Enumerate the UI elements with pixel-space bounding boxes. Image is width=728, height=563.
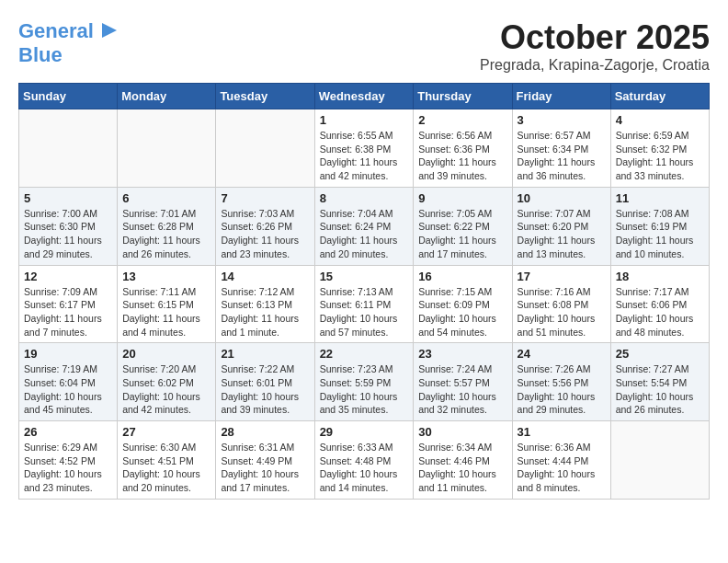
day-number: 28 [221,425,309,439]
day-number: 26 [24,425,112,439]
calendar-cell [610,421,709,500]
day-number: 21 [221,347,309,361]
day-number: 3 [518,113,606,127]
calendar-cell: 22Sunrise: 7:23 AM Sunset: 5:59 PM Dayli… [314,343,414,421]
day-info: Sunrise: 6:34 AM Sunset: 4:46 PM Dayligh… [418,441,506,495]
day-info: Sunrise: 6:57 AM Sunset: 6:34 PM Dayligh… [518,129,606,183]
calendar-cell [216,109,314,188]
day-info: Sunrise: 7:04 AM Sunset: 6:24 PM Dayligh… [320,207,409,261]
day-number: 23 [418,347,506,361]
calendar-cell: 11Sunrise: 7:08 AM Sunset: 6:19 PM Dayli… [610,187,709,265]
day-number: 15 [320,270,409,283]
day-info: Sunrise: 7:09 AM Sunset: 6:17 PM Dayligh… [24,285,112,339]
day-number: 5 [24,191,112,205]
day-info: Sunrise: 7:12 AM Sunset: 6:13 PM Dayligh… [221,285,309,339]
day-number: 24 [518,347,606,361]
calendar-header-wednesday: Wednesday [314,84,414,109]
calendar-cell: 3Sunrise: 6:57 AM Sunset: 6:34 PM Daylig… [512,109,610,188]
day-number: 8 [320,191,409,205]
calendar-cell: 29Sunrise: 6:33 AM Sunset: 4:48 PM Dayli… [314,421,414,500]
calendar-header-tuesday: Tuesday [216,84,314,109]
calendar-header-friday: Friday [512,84,610,109]
calendar-cell: 21Sunrise: 7:22 AM Sunset: 6:01 PM Dayli… [216,343,314,421]
calendar-cell: 13Sunrise: 7:11 AM Sunset: 6:15 PM Dayli… [118,265,216,343]
day-number: 2 [418,113,506,127]
calendar-cell: 6Sunrise: 7:01 AM Sunset: 6:28 PM Daylig… [118,187,216,265]
calendar-cell: 15Sunrise: 7:13 AM Sunset: 6:11 PM Dayli… [314,265,414,343]
calendar-header-sunday: Sunday [19,84,118,109]
calendar-cell: 26Sunrise: 6:29 AM Sunset: 4:52 PM Dayli… [19,421,118,500]
calendar-cell: 31Sunrise: 6:36 AM Sunset: 4:44 PM Dayli… [512,421,610,500]
day-number: 9 [418,191,506,205]
day-info: Sunrise: 6:55 AM Sunset: 6:38 PM Dayligh… [320,129,409,183]
day-info: Sunrise: 7:23 AM Sunset: 5:59 PM Dayligh… [320,362,409,417]
day-info: Sunrise: 6:31 AM Sunset: 4:49 PM Dayligh… [221,441,309,495]
day-info: Sunrise: 6:59 AM Sunset: 6:32 PM Dayligh… [616,129,704,183]
svg-marker-0 [102,23,117,38]
day-number: 11 [616,191,704,205]
day-info: Sunrise: 7:08 AM Sunset: 6:19 PM Dayligh… [616,207,704,261]
day-number: 1 [320,113,409,127]
day-number: 18 [616,270,704,283]
calendar-cell: 19Sunrise: 7:19 AM Sunset: 6:04 PM Dayli… [19,343,118,421]
calendar-cell: 2Sunrise: 6:56 AM Sunset: 6:36 PM Daylig… [414,109,512,188]
calendar-cell: 24Sunrise: 7:26 AM Sunset: 5:56 PM Dayli… [512,343,610,421]
calendar-cell: 1Sunrise: 6:55 AM Sunset: 6:38 PM Daylig… [314,109,414,188]
location: Pregrada, Krapina-Zagorje, Croatia [480,57,710,74]
day-number: 6 [122,191,210,205]
calendar-cell: 14Sunrise: 7:12 AM Sunset: 6:13 PM Dayli… [216,265,314,343]
day-number: 10 [518,191,606,205]
day-info: Sunrise: 7:20 AM Sunset: 6:02 PM Dayligh… [122,362,210,417]
calendar-cell [19,109,118,188]
day-info: Sunrise: 7:05 AM Sunset: 6:22 PM Dayligh… [418,207,506,261]
day-number: 19 [24,347,112,361]
day-info: Sunrise: 7:03 AM Sunset: 6:26 PM Dayligh… [221,207,309,261]
calendar-header-row: SundayMondayTuesdayWednesdayThursdayFrid… [19,84,710,109]
calendar-week-row: 19Sunrise: 7:19 AM Sunset: 6:04 PM Dayli… [19,343,710,421]
logo-text2: Blue [18,44,63,66]
calendar-cell: 17Sunrise: 7:16 AM Sunset: 6:08 PM Dayli… [512,265,610,343]
calendar-cell [118,109,216,188]
day-number: 4 [616,113,704,127]
day-info: Sunrise: 7:19 AM Sunset: 6:04 PM Dayligh… [24,362,112,417]
calendar-cell: 7Sunrise: 7:03 AM Sunset: 6:26 PM Daylig… [216,187,314,265]
calendar-cell: 9Sunrise: 7:05 AM Sunset: 6:22 PM Daylig… [414,187,512,265]
month-title: October 2025 [480,18,710,57]
day-number: 17 [518,270,606,283]
calendar-cell: 23Sunrise: 7:24 AM Sunset: 5:57 PM Dayli… [414,343,512,421]
calendar-cell: 20Sunrise: 7:20 AM Sunset: 6:02 PM Dayli… [118,343,216,421]
logo: General Blue [18,18,119,66]
calendar-cell: 18Sunrise: 7:17 AM Sunset: 6:06 PM Dayli… [610,265,709,343]
day-info: Sunrise: 6:56 AM Sunset: 6:36 PM Dayligh… [418,129,506,183]
page-header: General Blue October 2025 Pregrada, Krap… [18,18,710,74]
calendar-week-row: 26Sunrise: 6:29 AM Sunset: 4:52 PM Dayli… [19,421,710,500]
calendar-header-thursday: Thursday [414,84,512,109]
day-info: Sunrise: 7:27 AM Sunset: 5:54 PM Dayligh… [616,362,704,417]
day-info: Sunrise: 7:22 AM Sunset: 6:01 PM Dayligh… [221,362,309,417]
day-info: Sunrise: 6:33 AM Sunset: 4:48 PM Dayligh… [320,441,409,495]
day-number: 13 [122,270,210,283]
calendar-cell: 4Sunrise: 6:59 AM Sunset: 6:32 PM Daylig… [610,109,709,188]
day-info: Sunrise: 7:07 AM Sunset: 6:20 PM Dayligh… [518,207,606,261]
calendar-cell: 8Sunrise: 7:04 AM Sunset: 6:24 PM Daylig… [314,187,414,265]
day-number: 29 [320,425,409,439]
calendar-cell: 25Sunrise: 7:27 AM Sunset: 5:54 PM Dayli… [610,343,709,421]
day-info: Sunrise: 7:01 AM Sunset: 6:28 PM Dayligh… [122,207,210,261]
day-info: Sunrise: 7:11 AM Sunset: 6:15 PM Dayligh… [122,285,210,339]
day-info: Sunrise: 7:00 AM Sunset: 6:30 PM Dayligh… [24,207,112,261]
calendar-header-monday: Monday [118,84,216,109]
day-number: 7 [221,191,309,205]
day-info: Sunrise: 7:17 AM Sunset: 6:06 PM Dayligh… [616,285,704,339]
day-number: 31 [518,425,606,439]
calendar-cell: 5Sunrise: 7:00 AM Sunset: 6:30 PM Daylig… [19,187,118,265]
logo-text: General [18,20,94,42]
day-info: Sunrise: 7:26 AM Sunset: 5:56 PM Dayligh… [518,362,606,417]
day-number: 30 [418,425,506,439]
calendar-cell: 16Sunrise: 7:15 AM Sunset: 6:09 PM Dayli… [414,265,512,343]
day-info: Sunrise: 6:30 AM Sunset: 4:51 PM Dayligh… [122,441,210,495]
calendar-table: SundayMondayTuesdayWednesdayThursdayFrid… [18,83,710,500]
calendar-cell: 10Sunrise: 7:07 AM Sunset: 6:20 PM Dayli… [512,187,610,265]
calendar-week-row: 12Sunrise: 7:09 AM Sunset: 6:17 PM Dayli… [19,265,710,343]
logo-arrow-icon [98,20,119,40]
day-info: Sunrise: 7:24 AM Sunset: 5:57 PM Dayligh… [418,362,506,417]
